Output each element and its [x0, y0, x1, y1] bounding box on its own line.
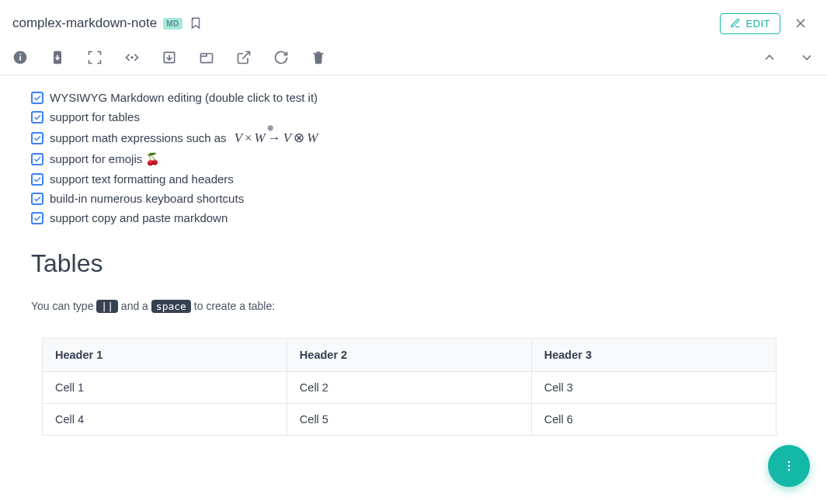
checkbox-checked-icon[interactable]	[31, 111, 43, 123]
table-header: Header 2	[287, 339, 531, 372]
table-cell: Cell 1	[43, 372, 287, 404]
list-item-label: support for tables	[50, 110, 140, 123]
table-row: Cell 1 Cell 2 Cell 3	[43, 372, 777, 404]
document-content: WYSIWYG Markdown editing (double click t…	[0, 75, 827, 502]
svg-point-8	[788, 469, 791, 471]
chevron-down-icon[interactable]	[799, 50, 815, 65]
open-external-icon[interactable]	[236, 50, 252, 65]
edit-button-label: EDIT	[745, 18, 770, 30]
table-header: Header 1	[43, 339, 287, 372]
edit-button[interactable]: EDIT	[720, 13, 780, 34]
checkbox-checked-icon[interactable]	[31, 92, 43, 104]
list-item: support text formatting and headers	[31, 169, 796, 189]
checkbox-checked-icon[interactable]	[31, 193, 43, 205]
table-cell: Cell 3	[531, 372, 776, 404]
table-cell: Cell 2	[287, 372, 531, 404]
kbd-space: space	[151, 300, 191, 313]
chevron-up-icon[interactable]	[762, 50, 777, 65]
checkbox-checked-icon[interactable]	[31, 153, 43, 165]
kbd-pipes: ||	[96, 300, 118, 313]
list-item-label: WYSIWYG Markdown editing (double click t…	[50, 91, 318, 104]
title-bar: complex-markdown-note MD EDIT	[0, 0, 827, 43]
import-icon[interactable]	[162, 50, 177, 65]
list-item: support math expressions such as V×W→⊗V⊗…	[31, 127, 796, 149]
svg-point-7	[788, 465, 791, 468]
toolbar	[0, 43, 827, 75]
trash-icon[interactable]	[311, 50, 326, 65]
list-item-label: support math expressions such as	[50, 131, 227, 144]
math-expression: V×W→⊗V⊗W	[235, 130, 318, 146]
table-header: Header 3	[531, 339, 776, 372]
list-item-label: support text formatting and headers	[50, 172, 234, 186]
table-cell: Cell 6	[531, 404, 776, 436]
list-item: build-in numerous keyboard shortcuts	[31, 189, 796, 208]
feature-checklist: WYSIWYG Markdown editing (double click t…	[31, 88, 796, 228]
list-item: support copy and paste markdown	[31, 208, 796, 228]
refresh-icon[interactable]	[273, 50, 289, 65]
checkbox-checked-icon[interactable]	[31, 132, 43, 144]
intro-text: and a	[118, 300, 151, 312]
example-table: Header 1 Header 2 Header 3 Cell 1 Cell 2…	[42, 338, 777, 436]
note-title: complex-markdown-note	[12, 16, 157, 31]
table-row: Cell 4 Cell 5 Cell 6	[43, 404, 777, 436]
filetype-badge: MD	[163, 18, 182, 30]
fullscreen-icon[interactable]	[87, 50, 103, 65]
fab-more-button[interactable]	[768, 445, 810, 487]
tables-intro: You can type || and a space to create a …	[31, 300, 796, 313]
close-button[interactable]	[787, 9, 815, 37]
svg-rect-2	[19, 54, 21, 55]
code-icon[interactable]	[124, 50, 140, 65]
list-item-label: support copy and paste markdown	[50, 211, 228, 224]
table-header-row: Header 1 Header 2 Header 3	[43, 339, 777, 372]
tables-heading: Tables	[31, 249, 796, 278]
intro-text: to create a table:	[191, 300, 275, 312]
checkbox-checked-icon[interactable]	[31, 212, 43, 224]
list-item: support for tables	[31, 107, 796, 127]
checkbox-checked-icon[interactable]	[31, 173, 43, 186]
table-cell: Cell 5	[287, 404, 531, 436]
bookmark-add-icon[interactable]	[189, 16, 203, 30]
list-item-label: build-in numerous keyboard shortcuts	[50, 192, 244, 205]
tab-icon[interactable]	[199, 50, 214, 65]
svg-point-3	[131, 57, 133, 58]
intro-text: You can type	[31, 300, 96, 312]
list-item: support for emojis 🍒	[31, 149, 796, 169]
list-item: WYSIWYG Markdown editing (double click t…	[31, 88, 796, 107]
info-icon[interactable]	[12, 50, 28, 65]
table-cell: Cell 4	[43, 404, 287, 436]
list-item-label: support for emojis 🍒	[50, 152, 160, 166]
svg-rect-1	[19, 56, 21, 61]
clipboard-download-icon[interactable]	[50, 50, 65, 65]
svg-point-6	[788, 461, 791, 464]
